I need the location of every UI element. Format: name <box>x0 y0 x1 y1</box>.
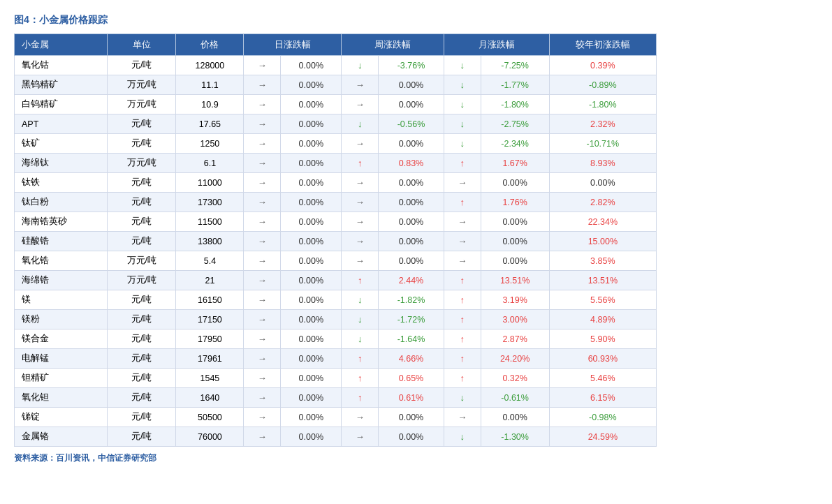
cell-unit: 万元/吨 <box>108 75 176 95</box>
cell-weekly-val: -0.56% <box>379 114 444 134</box>
table-row: 黑钨精矿 万元/吨 11.1 → 0.00% → 0.00% ↓ -1.77% … <box>15 75 657 95</box>
cell-unit: 元/吨 <box>108 427 176 447</box>
cell-price: 1640 <box>176 388 244 408</box>
cell-monthly-arrow: ↑ <box>444 369 481 388</box>
cell-weekly-val: 0.00% <box>379 95 444 114</box>
cell-price: 17961 <box>176 349 244 369</box>
col-header-daily: 日涨跌幅 <box>244 34 342 56</box>
cell-metal-name: 钛铁 <box>15 173 108 193</box>
table-row: 锑锭 元/吨 50500 → 0.00% → 0.00% → 0.00% -0.… <box>15 408 657 427</box>
cell-monthly-val: -1.77% <box>481 75 549 95</box>
cell-daily-arrow: → <box>244 388 281 408</box>
cell-monthly-arrow: → <box>444 251 481 271</box>
cell-metal-name: 氧化钴 <box>15 56 108 75</box>
cell-weekly-val: 0.83% <box>379 154 444 173</box>
cell-weekly-arrow: ↓ <box>342 56 379 75</box>
cell-unit: 元/吨 <box>108 388 176 408</box>
table-row: 钽精矿 元/吨 1545 → 0.00% ↑ 0.65% ↑ 0.32% 5.4… <box>15 369 657 388</box>
cell-weekly-val: 0.00% <box>379 75 444 95</box>
table-row: 金属铬 元/吨 76000 → 0.00% → 0.00% ↓ -1.30% 2… <box>15 427 657 447</box>
cell-metal-name: 氧化钽 <box>15 388 108 408</box>
cell-weekly-val: 0.65% <box>379 369 444 388</box>
cell-daily-val: 0.00% <box>281 212 342 232</box>
cell-metal-name: 黑钨精矿 <box>15 75 108 95</box>
cell-daily-val: 0.00% <box>281 329 342 349</box>
cell-monthly-arrow: → <box>444 173 481 193</box>
cell-monthly-arrow: ↑ <box>444 193 481 212</box>
cell-daily-arrow: → <box>244 310 281 329</box>
cell-weekly-val: 0.00% <box>379 173 444 193</box>
cell-price: 17150 <box>176 310 244 329</box>
cell-unit: 万元/吨 <box>108 95 176 114</box>
col-header-unit: 单位 <box>108 34 176 56</box>
cell-weekly-arrow: ↓ <box>342 329 379 349</box>
col-header-metal: 小金属 <box>15 34 108 56</box>
cell-daily-arrow: → <box>244 232 281 251</box>
cell-monthly-val: -0.61% <box>481 388 549 408</box>
cell-weekly-val: -1.72% <box>379 310 444 329</box>
cell-unit: 元/吨 <box>108 349 176 369</box>
cell-weekly-val: 0.00% <box>379 251 444 271</box>
cell-price: 11000 <box>176 173 244 193</box>
cell-metal-name: 海南锆英砂 <box>15 212 108 232</box>
source-content: 百川资讯，中信证券研究部 <box>56 453 156 463</box>
chart-title: 图4：小金属价格跟踪 <box>14 14 818 27</box>
cell-daily-arrow: → <box>244 154 281 173</box>
cell-weekly-arrow: → <box>342 75 379 95</box>
cell-monthly-val: 0.00% <box>481 173 549 193</box>
cell-daily-val: 0.00% <box>281 95 342 114</box>
table-row: 氧化锆 万元/吨 5.4 → 0.00% → 0.00% → 0.00% 3.8… <box>15 251 657 271</box>
cell-weekly-arrow: ↑ <box>342 271 379 290</box>
cell-monthly-val: -7.25% <box>481 56 549 75</box>
cell-daily-arrow: → <box>244 134 281 154</box>
table-row: 钛白粉 元/吨 17300 → 0.00% → 0.00% ↑ 1.76% 2.… <box>15 193 657 212</box>
table-row: 电解锰 元/吨 17961 → 0.00% ↑ 4.66% ↑ 24.20% 6… <box>15 349 657 369</box>
cell-daily-arrow: → <box>244 329 281 349</box>
cell-metal-name: 镁 <box>15 290 108 310</box>
cell-unit: 元/吨 <box>108 369 176 388</box>
cell-daily-arrow: → <box>244 56 281 75</box>
cell-yearly-val: 0.00% <box>549 173 656 193</box>
cell-monthly-val: -2.75% <box>481 114 549 134</box>
cell-weekly-arrow: ↑ <box>342 388 379 408</box>
cell-yearly-val: -10.71% <box>549 134 656 154</box>
cell-daily-val: 0.00% <box>281 388 342 408</box>
table-row: APT 元/吨 17.65 → 0.00% ↓ -0.56% ↓ -2.75% … <box>15 114 657 134</box>
cell-daily-val: 0.00% <box>281 369 342 388</box>
price-table: 小金属 单位 价格 日涨跌幅 周涨跌幅 月涨跌幅 较年初涨跌幅 氧化钴 元/吨 … <box>14 34 657 447</box>
cell-monthly-val: 0.00% <box>481 251 549 271</box>
cell-weekly-val: -3.76% <box>379 56 444 75</box>
cell-price: 50500 <box>176 408 244 427</box>
cell-unit: 元/吨 <box>108 134 176 154</box>
cell-price: 128000 <box>176 56 244 75</box>
table-row: 镁合金 元/吨 17950 → 0.00% ↓ -1.64% ↑ 2.87% 5… <box>15 329 657 349</box>
cell-monthly-arrow: → <box>444 232 481 251</box>
cell-monthly-val: -2.34% <box>481 134 549 154</box>
cell-weekly-val: -1.64% <box>379 329 444 349</box>
cell-daily-arrow: → <box>244 251 281 271</box>
cell-monthly-arrow: ↓ <box>444 114 481 134</box>
cell-daily-val: 0.00% <box>281 75 342 95</box>
cell-monthly-arrow: → <box>444 212 481 232</box>
cell-daily-val: 0.00% <box>281 427 342 447</box>
cell-weekly-val: 0.61% <box>379 388 444 408</box>
cell-weekly-val: 0.00% <box>379 193 444 212</box>
cell-yearly-val: 8.93% <box>549 154 656 173</box>
cell-weekly-val: 2.44% <box>379 271 444 290</box>
cell-monthly-arrow: ↓ <box>444 75 481 95</box>
cell-weekly-arrow: → <box>342 408 379 427</box>
cell-weekly-arrow: ↓ <box>342 114 379 134</box>
table-row: 镁 元/吨 16150 → 0.00% ↓ -1.82% ↑ 3.19% 5.5… <box>15 290 657 310</box>
cell-yearly-val: 22.34% <box>549 212 656 232</box>
cell-metal-name: 钛矿 <box>15 134 108 154</box>
cell-unit: 元/吨 <box>108 329 176 349</box>
cell-yearly-val: 13.51% <box>549 271 656 290</box>
cell-daily-val: 0.00% <box>281 310 342 329</box>
cell-weekly-arrow: ↑ <box>342 349 379 369</box>
cell-monthly-arrow: ↑ <box>444 349 481 369</box>
table-row: 钛铁 元/吨 11000 → 0.00% → 0.00% → 0.00% 0.0… <box>15 173 657 193</box>
cell-daily-arrow: → <box>244 290 281 310</box>
cell-price: 21 <box>176 271 244 290</box>
cell-yearly-val: 6.15% <box>549 388 656 408</box>
cell-weekly-arrow: → <box>342 193 379 212</box>
